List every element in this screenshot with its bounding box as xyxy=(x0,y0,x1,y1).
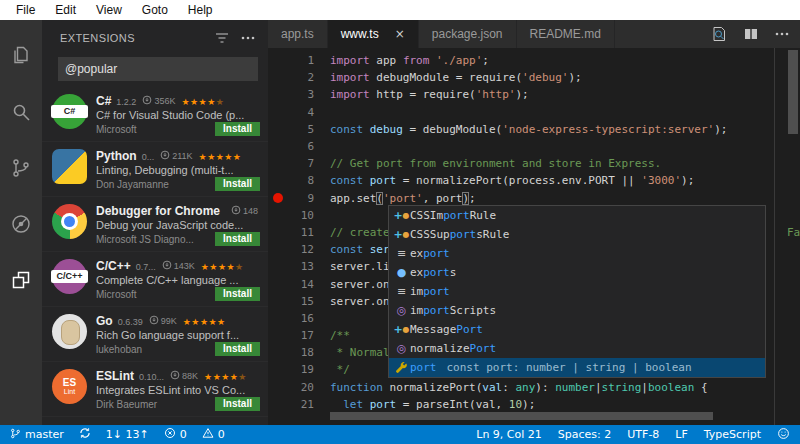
status-item-1-13-[interactable]: 1↓ 13↑ xyxy=(106,428,149,441)
status-item-utf-8[interactable]: UTF-8 xyxy=(627,428,659,441)
line-number[interactable]: 3 xyxy=(268,88,314,101)
status-item-sync[interactable] xyxy=(79,427,91,442)
code-token: port xyxy=(370,174,397,187)
status-item-lf[interactable]: LF xyxy=(675,428,687,441)
warning-icon xyxy=(202,427,214,442)
line-number[interactable]: 6 xyxy=(268,140,314,153)
activity-item-debug[interactable] xyxy=(0,198,42,254)
line-number[interactable]: 20 xyxy=(268,381,314,394)
activity-item-source-control[interactable] xyxy=(0,142,42,198)
extension-name: C/C++ xyxy=(96,259,131,273)
activity-item-explorer[interactable] xyxy=(0,30,42,86)
activity-item-extensions[interactable] xyxy=(0,254,42,310)
install-button[interactable]: Install xyxy=(215,397,260,411)
status-item-0[interactable]: 0 xyxy=(164,427,187,442)
status-item-typescript[interactable]: TypeScript xyxy=(704,428,761,441)
line-number[interactable]: 8 xyxy=(268,174,314,187)
code-token: /** xyxy=(330,329,350,342)
suggestion-normalizePort[interactable]: ◎normalizePort xyxy=(389,339,765,358)
suggestion-importScripts[interactable]: ◎importScripts xyxy=(389,301,765,320)
line-number[interactable]: 7 xyxy=(268,157,314,170)
editor-actions xyxy=(696,20,800,48)
more-actions-icon[interactable] xyxy=(774,26,790,42)
line-number[interactable]: 21 xyxy=(268,398,314,411)
code-line[interactable]: 5const debug = debugModule('node-express… xyxy=(268,121,800,138)
more-actions-icon[interactable] xyxy=(240,30,256,46)
extensions-search-input[interactable] xyxy=(58,57,258,81)
install-button[interactable]: Install xyxy=(215,342,260,356)
code-line[interactable]: 8const port = normalizePort(process.env.… xyxy=(268,172,800,189)
horizontal-scrollbar[interactable] xyxy=(330,412,713,420)
suggestion-exports[interactable]: ●exports xyxy=(389,263,765,282)
extension-version: 0.7... xyxy=(136,262,156,272)
line-number[interactable]: 2 xyxy=(268,71,314,84)
extension-version: 1.2.2 xyxy=(116,97,136,107)
line-number[interactable]: 10 xyxy=(268,209,314,222)
extension-item-cpp[interactable]: C/C++C/C++0.7...143K★★★★★Complete C/C++ … xyxy=(42,252,268,307)
code-token: = debugModule( xyxy=(403,123,502,136)
status-item-ln-9-col-21[interactable]: Ln 9, Col 21 xyxy=(476,428,542,441)
code-token: ); xyxy=(568,71,581,84)
code-token: = parseInt(val, xyxy=(396,398,509,411)
suggestion-CSSSupportsRule[interactable]: +●CSSSupportsRule xyxy=(389,225,765,244)
code-line[interactable]: 21 let port = parseInt(val, 10); xyxy=(268,396,800,413)
line-number[interactable]: 1 xyxy=(268,54,314,67)
tab-app.ts[interactable]: app.ts xyxy=(268,20,328,48)
status-item-spaces-2[interactable]: Spaces: 2 xyxy=(558,428,611,441)
extension-item-go[interactable]: Go0.6.3999K★★★★★Rich Go language support… xyxy=(42,307,268,362)
line-number[interactable]: 18 xyxy=(268,346,314,359)
activity-item-search[interactable] xyxy=(0,86,42,142)
menu-item-help[interactable]: Help xyxy=(178,0,223,20)
suggestion-port[interactable]: portconst port: number | string | boolea… xyxy=(389,358,765,377)
filter-icon[interactable] xyxy=(214,30,230,46)
status-item-smiley[interactable] xyxy=(777,427,790,443)
status-item-0[interactable]: 0 xyxy=(202,427,225,442)
extension-item-python[interactable]: Python0...211K★★★★★Linting, Debugging (m… xyxy=(42,142,268,197)
vertical-scrollbar[interactable] xyxy=(788,50,798,134)
install-button[interactable]: Install xyxy=(215,287,260,301)
code-line[interactable]: 2import debugModule = require('debug'); xyxy=(268,69,800,86)
code-token: 'port' xyxy=(383,192,423,205)
line-number[interactable]: 15 xyxy=(268,295,314,308)
close-icon[interactable]: × xyxy=(395,27,405,41)
suggestion-MessagePort[interactable]: +●MessagePort xyxy=(389,320,765,339)
tab-package.json[interactable]: package.json xyxy=(419,20,517,48)
line-number[interactable]: 17 xyxy=(268,329,314,342)
code-line[interactable]: 20function normalizePort(val: any): numb… xyxy=(268,379,800,396)
extension-item-csharp[interactable]: C#C#1.2.2356K★★★★★C# for Visual Studio C… xyxy=(42,87,268,142)
menu-item-view[interactable]: View xyxy=(86,0,132,20)
status-item-master[interactable]: master xyxy=(10,427,64,443)
line-number[interactable]: 14 xyxy=(268,278,314,291)
code-line[interactable]: 7// Get port from environment and store … xyxy=(268,155,800,172)
install-button[interactable]: Install xyxy=(215,122,260,136)
suggestion-export[interactable]: ≡export xyxy=(389,244,765,263)
code-line[interactable]: 4 xyxy=(268,104,800,121)
suggestion-CSSImportRule[interactable]: +●CSSImportRule xyxy=(389,206,765,225)
menu-item-goto[interactable]: Goto xyxy=(132,0,178,20)
install-button[interactable]: Install xyxy=(215,177,260,191)
line-number[interactable]: 13 xyxy=(268,260,314,273)
code-line[interactable]: 1import app from './app'; xyxy=(268,52,800,69)
split-editor-icon[interactable] xyxy=(742,25,760,43)
open-preview-icon[interactable] xyxy=(710,25,728,43)
editor-code-area[interactable]: 1import app from './app';2import debugMo… xyxy=(268,48,800,425)
line-number[interactable]: 12 xyxy=(268,243,314,256)
extension-item-chrome[interactable]: Debugger for Chrome148Debug your JavaScr… xyxy=(42,197,268,252)
code-line[interactable]: 6 xyxy=(268,138,800,155)
breakpoint-indicator[interactable] xyxy=(273,193,283,203)
download-count: 143K xyxy=(174,261,195,271)
line-number[interactable]: 5 xyxy=(268,123,314,136)
star-icon: ★ xyxy=(204,372,213,382)
line-number[interactable]: 11 xyxy=(268,226,314,239)
line-number[interactable]: 16 xyxy=(268,312,314,325)
line-number[interactable]: 4 xyxy=(268,106,314,119)
line-number[interactable]: 19 xyxy=(268,363,314,376)
menu-item-edit[interactable]: Edit xyxy=(45,0,86,20)
install-button[interactable]: Install xyxy=(215,232,260,246)
extension-item-eslint[interactable]: ESLintESLint0.10...88K★★★★★Integrates ES… xyxy=(42,362,268,417)
suggestion-import[interactable]: ≡import xyxy=(389,282,765,301)
tab-www.ts[interactable]: www.ts× xyxy=(328,20,419,48)
code-line[interactable]: 3import http = require('http'); xyxy=(268,86,800,103)
tab-README.md[interactable]: README.md xyxy=(517,20,615,48)
menu-item-file[interactable]: File xyxy=(6,0,45,20)
